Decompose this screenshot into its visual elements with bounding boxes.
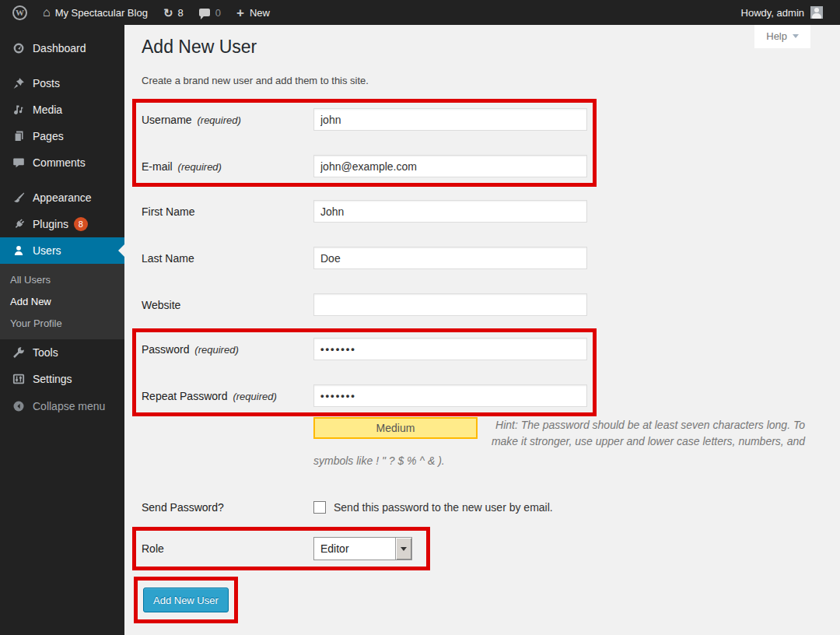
help-button[interactable]: Help	[754, 25, 810, 48]
new-content-menu[interactable]: + New	[229, 0, 278, 25]
plugins-update-badge: 8	[74, 217, 88, 231]
highlight-box-passwords: Password (required) Repeat Password (req…	[132, 328, 597, 416]
username-label: Username (required)	[142, 114, 313, 126]
site-name: My Spectacular Blog	[55, 7, 148, 19]
wordpress-logo-icon: W	[12, 5, 27, 20]
sidebar-label: Tools	[33, 346, 58, 359]
collapse-arrow-icon	[11, 400, 26, 412]
required-hint: (required)	[233, 391, 276, 402]
comments-link[interactable]: 0	[191, 0, 229, 25]
sidebar-label: Dashboard	[33, 42, 86, 54]
send-password-row: Send Password? Send this password to the…	[142, 496, 824, 518]
help-label: Help	[766, 30, 787, 42]
wordpress-logo-menu[interactable]: W	[0, 0, 35, 25]
sidebar-label: Comments	[33, 156, 86, 169]
sidebar-item-dashboard[interactable]: Dashboard	[0, 35, 124, 61]
sidebar-label: Pages	[33, 130, 64, 142]
label-text: Password	[142, 343, 189, 356]
last-name-input[interactable]	[313, 247, 587, 269]
username-row: Username (required)	[142, 108, 587, 131]
add-new-user-button[interactable]: Add New User	[143, 588, 229, 612]
email-label: E-mail (required)	[142, 160, 313, 173]
sidebar-item-media[interactable]: Media	[0, 96, 124, 123]
paintbrush-icon	[11, 191, 26, 204]
highlight-box-credentials: Username (required) E-mail (required)	[132, 99, 597, 187]
page-title: Add New User	[142, 35, 824, 59]
sidebar-item-pages[interactable]: Pages	[0, 123, 124, 149]
submenu-label: Add New	[10, 296, 51, 307]
sidebar-item-posts[interactable]: Posts	[0, 70, 124, 96]
sidebar-item-add-new[interactable]: Add New	[0, 290, 124, 312]
sidebar-item-comments[interactable]: Comments	[0, 149, 124, 176]
website-input[interactable]	[313, 293, 587, 316]
role-select[interactable]: Editor	[313, 537, 412, 560]
menu-separator	[0, 61, 124, 70]
comments-count: 0	[215, 7, 221, 19]
password-input[interactable]	[313, 338, 587, 360]
role-label: Role	[142, 542, 313, 555]
collapse-menu-button[interactable]: Collapse menu	[0, 393, 124, 419]
admin-sidebar: Dashboard Posts Media Pages Comments App…	[0, 25, 124, 635]
new-label: New	[250, 7, 270, 19]
sidebar-item-your-profile[interactable]: Your Profile	[0, 312, 124, 334]
chevron-down-icon	[793, 34, 799, 41]
sidebar-item-users[interactable]: Users	[0, 237, 124, 264]
user-icon	[11, 244, 26, 257]
my-account-menu[interactable]: Howdy, admin	[733, 0, 831, 25]
comment-bubble-icon	[11, 156, 26, 169]
sidebar-item-plugins[interactable]: Plugins 8	[0, 211, 124, 237]
sidebar-item-tools[interactable]: Tools	[0, 339, 124, 366]
admin-bar: W ⌂ My Spectacular Blog ↻ 8 0 + New Howd…	[0, 0, 840, 25]
select-dropdown-button[interactable]	[395, 538, 411, 560]
updates-icon: ↻	[163, 7, 173, 19]
hint-line: symbols like ! " ? $ % ^ & ).	[313, 454, 805, 467]
role-selected-value: Editor	[314, 538, 395, 560]
repeat-password-input[interactable]	[313, 384, 587, 407]
updates-count: 8	[177, 7, 183, 19]
comments-icon	[199, 9, 210, 16]
email-row: E-mail (required)	[142, 155, 587, 177]
required-hint: (required)	[197, 114, 240, 126]
role-row: Role Editor	[142, 537, 412, 560]
hint-line: Hint: The password should be at least se…	[478, 417, 805, 433]
label-text: Username	[142, 114, 192, 126]
howdy-text: Howdy, admin	[741, 7, 804, 19]
first-name-input[interactable]	[313, 200, 587, 223]
sliders-icon	[11, 373, 26, 385]
main-content: Help Add New User Create a brand new use…	[124, 25, 824, 635]
username-input[interactable]	[313, 108, 587, 131]
repeat-password-row: Repeat Password (required)	[142, 384, 587, 407]
sidebar-label: Appearance	[33, 191, 92, 204]
add-user-form: Username (required) E-mail (required) Fi…	[142, 99, 824, 623]
wrench-icon	[11, 346, 26, 359]
plug-icon	[11, 218, 26, 230]
collapse-label: Collapse menu	[33, 400, 105, 412]
sidebar-item-appearance[interactable]: Appearance	[0, 184, 124, 211]
plus-icon: +	[236, 6, 244, 19]
password-row: Password (required)	[142, 338, 587, 360]
password-strength-meter: Medium	[313, 417, 478, 439]
email-input[interactable]	[313, 155, 587, 177]
label-text: Last Name	[142, 252, 194, 265]
label-text: Role	[142, 542, 164, 555]
highlight-box-submit: Add New User	[134, 577, 238, 623]
label-text: Website	[142, 299, 180, 311]
site-name-link[interactable]: ⌂ My Spectacular Blog	[35, 0, 156, 25]
submenu-label: All Users	[10, 274, 51, 286]
website-row: Website	[142, 293, 824, 316]
active-menu-arrow	[118, 244, 124, 257]
updates-link[interactable]: ↻ 8	[156, 0, 191, 25]
sidebar-label: Plugins	[33, 218, 68, 230]
password-hint: Hint: The password should be at least se…	[478, 417, 805, 450]
sidebar-item-all-users[interactable]: All Users	[0, 268, 124, 290]
menu-separator	[0, 176, 124, 184]
pushpin-icon	[11, 77, 26, 89]
required-hint: (required)	[194, 344, 238, 356]
label-text: Send Password?	[142, 501, 224, 514]
send-password-checkbox[interactable]	[313, 501, 326, 514]
sidebar-item-settings[interactable]: Settings	[0, 366, 124, 392]
home-icon: ⌂	[43, 6, 51, 19]
first-name-row: First Name	[142, 200, 824, 223]
media-icon	[11, 103, 26, 116]
repeat-password-label: Repeat Password (required)	[142, 390, 313, 402]
